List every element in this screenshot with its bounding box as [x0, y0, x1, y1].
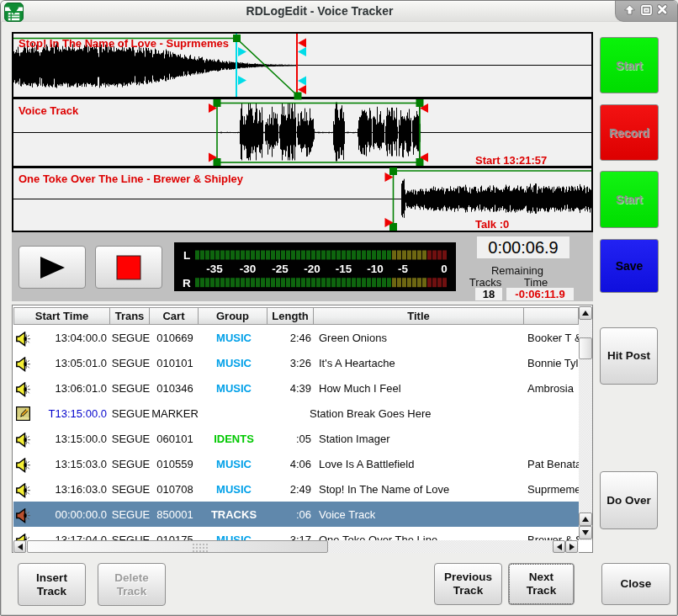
svg-text:-25: -25 [272, 263, 289, 275]
svg-text:-30: -30 [240, 263, 257, 275]
svg-text:-15: -15 [336, 263, 352, 275]
svg-text:R: R [183, 277, 191, 289]
svg-text:0: 0 [441, 263, 448, 275]
svg-text:-10: -10 [367, 263, 384, 275]
svg-text:-20: -20 [304, 263, 320, 275]
svg-text:L: L [183, 249, 190, 262]
svg-text:-5: -5 [398, 263, 408, 275]
svg-text:-35: -35 [206, 263, 223, 275]
